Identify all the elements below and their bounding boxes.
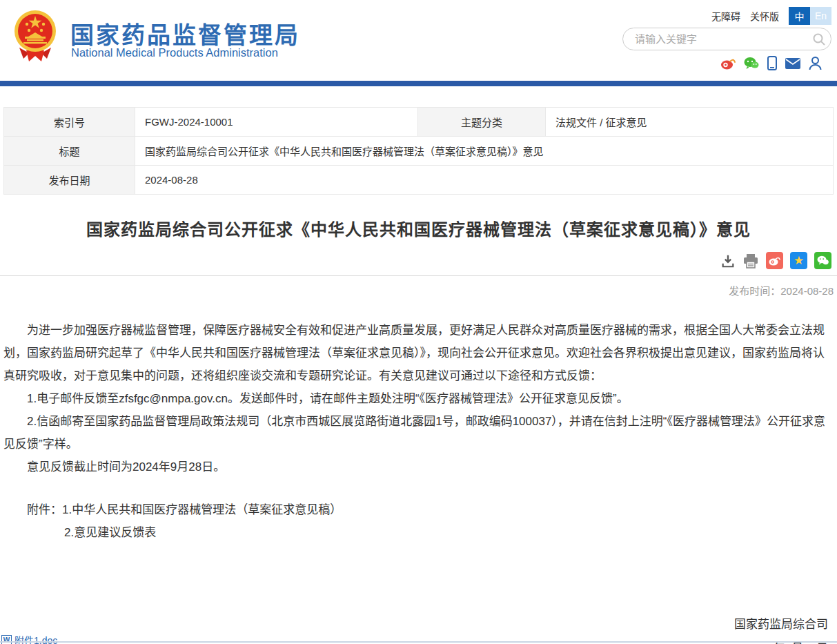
footer-top-border xyxy=(0,641,837,643)
print-icon xyxy=(742,253,759,269)
search-input[interactable] xyxy=(623,33,807,45)
paragraph: 意见反馈截止时间为2024年9月28日。 xyxy=(3,456,834,478)
lang-cn-button[interactable]: 中 xyxy=(789,7,810,25)
mobile-icon[interactable] xyxy=(767,56,777,70)
site-title-en: National Medical Products Administration xyxy=(71,46,278,59)
search-box xyxy=(622,28,831,50)
signature-department: 国家药监局综合司 xyxy=(3,612,828,636)
title-divider xyxy=(0,275,837,276)
lang-en-button[interactable]: En xyxy=(810,7,831,25)
table-row: 发布日期 2024-08-28 xyxy=(4,166,834,195)
attachment-line-1: 附件：1.中华人民共和国医疗器械管理法（草案征求意见稿） xyxy=(3,498,834,521)
accessibility-link[interactable]: 无障碍 xyxy=(711,9,740,23)
paragraph: 为进一步加强医疗器械监督管理，保障医疗器械安全有效和促进产业高质量发展，更好满足… xyxy=(3,319,834,387)
date-label: 发布日期 xyxy=(4,166,135,195)
table-row: 标题 国家药监局综合司公开征求《中华人民共和国医疗器械管理法（草案征求意见稿）》… xyxy=(4,137,834,166)
table-row: 索引号 FGWJ-2024-10001 主题分类 法规文件 / 征求意见 xyxy=(4,108,834,137)
mail-icon[interactable] xyxy=(785,58,800,69)
care-edition-link[interactable]: 关怀版 xyxy=(750,9,779,23)
header-divider-bar xyxy=(0,81,837,86)
paragraph: 2.信函邮寄至国家药品监督管理局政策法规司（北京市西城区展览路街道北露园1号，邮… xyxy=(3,410,834,456)
qzone-star-icon: ★ xyxy=(794,253,804,268)
date-value: 2024-08-28 xyxy=(135,166,834,195)
user-icon[interactable] xyxy=(809,56,822,70)
title-label: 标题 xyxy=(4,137,135,166)
share-weibo-button[interactable] xyxy=(766,252,783,269)
publish-time-value: 2024-08-28 xyxy=(780,285,834,297)
national-emblem-logo[interactable] xyxy=(12,8,58,63)
top-links: 无障碍 关怀版 中 En xyxy=(711,7,831,25)
index-value: FGWJ-2024-10001 xyxy=(135,108,418,137)
index-label: 索引号 xyxy=(4,108,135,137)
page: 国家药品监督管理局 National Medical Products Admi… xyxy=(0,0,837,644)
share-wechat-button[interactable] xyxy=(814,252,831,269)
print-button[interactable] xyxy=(742,253,759,269)
site-title-cn: 国家药品监督管理局 xyxy=(70,17,300,50)
share-qzone-button[interactable]: ★ xyxy=(790,252,807,269)
page-title: 国家药监局综合司公开征求《中华人民共和国医疗器械管理法（草案征求意见稿）》意见 xyxy=(3,216,834,240)
signature-block: 国家药监局综合司 2024年8月26日 xyxy=(3,612,834,644)
weibo-icon[interactable] xyxy=(720,57,736,70)
signature-date: 2024年8月26日 xyxy=(3,636,828,644)
header-social-icons xyxy=(720,56,822,70)
download-button[interactable] xyxy=(720,253,736,269)
main-content: 索引号 FGWJ-2024-10001 主题分类 法规文件 / 征求意见 标题 … xyxy=(0,107,837,644)
search-button[interactable] xyxy=(807,28,831,50)
search-icon xyxy=(812,32,826,46)
publish-time: 发布时间：2024-08-28 xyxy=(3,283,834,297)
site-header: 国家药品监督管理局 National Medical Products Admi… xyxy=(0,0,837,81)
paragraph: 1.电子邮件反馈至zfsfgc@nmpa.gov.cn。发送邮件时，请在邮件主题… xyxy=(3,387,834,410)
article-body: 为进一步加强医疗器械监督管理，保障医疗器械安全有效和促进产业高质量发展，更好满足… xyxy=(3,319,834,544)
wechat-share-icon xyxy=(817,255,829,266)
article-tools: ★ xyxy=(3,252,834,269)
weibo-share-icon xyxy=(769,256,780,266)
wechat-icon[interactable] xyxy=(744,57,759,70)
publish-time-label: 发布时间： xyxy=(729,285,780,297)
title-value: 国家药监局综合司公开征求《中华人民共和国医疗器械管理法（草案征求意见稿）》意见 xyxy=(135,137,834,166)
category-label: 主题分类 xyxy=(418,108,546,137)
category-value: 法规文件 / 征求意见 xyxy=(546,108,834,137)
attachment-line-2: 2.意见建议反馈表 xyxy=(64,521,834,544)
download-icon xyxy=(720,253,736,269)
document-meta-table: 索引号 FGWJ-2024-10001 主题分类 法规文件 / 征求意见 标题 … xyxy=(3,107,834,195)
